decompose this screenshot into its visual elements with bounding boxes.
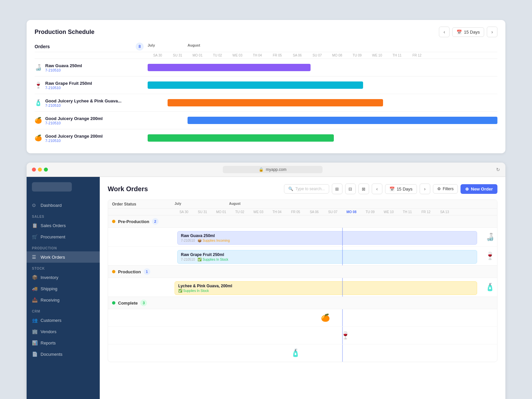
wo-complete-row2: 🍷 — [108, 327, 497, 344]
inventory-label: Inventory — [41, 275, 58, 280]
page-title: Work Orders — [108, 185, 148, 193]
gantt-chart-top: Orders 8 July August SA 30 SU 31 MO 01 T… — [35, 43, 497, 147]
day-tu02: TU 02 — [207, 54, 227, 57]
sidebar-item-dashboard[interactable]: ⊙ Dashboard — [27, 200, 100, 211]
sidebar-item-reports[interactable]: 📊 Reports — [27, 337, 100, 348]
wh-sa06: SA 06 — [305, 210, 324, 214]
sidebar-section-production: PRODUCTION — [27, 242, 100, 251]
day-th04: TH 04 — [247, 54, 267, 57]
sidebar-item-procurement[interactable]: 🛒 Procurement — [27, 231, 100, 242]
clock-icon: 📦 — [198, 239, 201, 242]
guava-bottle-icon: 🍶 — [485, 233, 494, 241]
production-count: 1 — [144, 268, 150, 275]
row4-name: Good Juicery Orange 200ml — [45, 116, 103, 121]
complete-section: Complete 3 🍊 — [108, 297, 497, 362]
wo-row-guava: Raw Guava 250ml 7-210510 📦 Supplies Inco… — [108, 228, 497, 247]
view-list-btn[interactable]: ⊟ — [345, 184, 356, 194]
address-bar[interactable]: 🔒 myapp.com — [223, 166, 323, 173]
sales-orders-label: Sales Orders — [41, 223, 66, 228]
wo-prev-btn[interactable]: ‹ — [372, 184, 382, 194]
grapefruit-card[interactable]: Raw Grape Fruit 250ml 7-210510 ✅ Supplie… — [177, 250, 477, 264]
sidebar-item-customers[interactable]: 👥 Customers — [27, 315, 100, 326]
wh-fr05: FR 05 — [286, 210, 305, 214]
bar-row3 — [168, 99, 383, 106]
wo-calendar-icon: 📅 — [389, 187, 395, 192]
shipping-icon: 🚚 — [32, 286, 37, 291]
complete-bottle1-icon: 🍊 — [321, 314, 330, 322]
sidebar-item-receiving[interactable]: 📥 Receiving — [27, 294, 100, 306]
row4-icon: 🍊 — [35, 117, 42, 124]
guava-status: 📦 Supplies Incoming — [198, 239, 230, 242]
sidebar-item-shipping[interactable]: 🚚 Shipping — [27, 283, 100, 294]
reload-button[interactable]: ↻ — [496, 167, 500, 172]
maximize-button[interactable] — [44, 168, 48, 172]
traffic-lights — [32, 168, 48, 172]
procurement-label: Procurement — [41, 234, 65, 239]
wo-next-btn[interactable]: › — [420, 184, 430, 194]
new-order-button[interactable]: ⊕ New Order — [461, 184, 497, 194]
customers-icon: 👥 — [32, 318, 37, 323]
main-controls: 🔍 Type to search... ⊞ ⊟ ⊠ ‹ 📅 15 Days › … — [284, 184, 497, 194]
browser-panel: 🔒 myapp.com ↻ ⊙ Dashboard SALES 📋 Sales … — [27, 163, 505, 399]
wh-we03: WE 03 — [249, 210, 268, 214]
wo-days-label: 15 Days — [397, 187, 413, 192]
day-su31: SU 31 — [168, 54, 188, 57]
wh-tu09: TU 09 — [361, 210, 379, 214]
lychee-card[interactable]: Lychee & Pink Guava, 200ml ✅ Supplies In… — [175, 281, 477, 295]
search-box[interactable]: 🔍 Type to search... — [284, 184, 329, 194]
reports-icon: 📊 — [32, 340, 37, 345]
sidebar-item-documents[interactable]: 📄 Documents — [27, 348, 100, 360]
sidebar-section-stock: STOCK — [27, 263, 100, 272]
sidebar-item-vendors[interactable]: 🏢 Vendors — [27, 326, 100, 337]
view-grid-btn[interactable]: ⊞ — [332, 184, 342, 194]
minimize-button[interactable] — [38, 168, 42, 172]
vendors-icon: 🏢 — [32, 329, 37, 334]
orders-header-label: Orders — [35, 44, 50, 49]
sales-orders-icon: 📋 — [32, 223, 37, 228]
wh-sa13: SA 13 — [435, 210, 454, 214]
day-tu09: TU 09 — [347, 54, 367, 57]
wh-th04: TH 04 — [268, 210, 286, 214]
pre-production-dot — [112, 220, 115, 223]
plus-icon: ⊕ — [465, 187, 469, 192]
sidebar-section-crm: CRM — [27, 306, 100, 315]
browser-body: ⊙ Dashboard SALES 📋 Sales Orders 🛒 Procu… — [27, 177, 505, 399]
day-su07: SU 07 — [307, 54, 327, 57]
lock-icon: 🔒 — [259, 167, 264, 172]
month-july: July — [148, 43, 188, 51]
check-icon: ✅ — [198, 258, 201, 261]
url-text: myapp.com — [266, 167, 286, 172]
row2-icon: 🍷 — [35, 81, 42, 89]
day-sa06: SA 06 — [287, 54, 307, 57]
reports-label: Reports — [41, 340, 56, 345]
sidebar-logo-area — [27, 177, 100, 197]
production-header: Production 1 — [108, 266, 497, 278]
row5-id: 7-210510 — [45, 139, 103, 143]
filters-label: Filters — [443, 187, 454, 191]
filter-icon: ⚙ — [437, 187, 441, 191]
wo-row-grapefruit: Raw Grape Fruit 250ml 7-210510 ✅ Supplie… — [108, 247, 497, 265]
sidebar-section-sales: SALES — [27, 211, 100, 220]
filters-button[interactable]: ⚙ Filters — [433, 184, 458, 194]
today-line-2 — [342, 247, 343, 265]
panel-header: Production Schedule ‹ 📅 15 Days › — [35, 27, 497, 37]
wo-month-august: August — [229, 202, 453, 206]
grapefruit-status: ✅ Supplies In Stock — [198, 258, 228, 261]
guava-card[interactable]: Raw Guava 250ml 7-210510 📦 Supplies Inco… — [177, 231, 477, 245]
guava-card-id: 7-210510 — [181, 239, 195, 242]
wo-gantt: Order Status July August SA 30 SU 31 MO … — [108, 200, 497, 362]
view-options-btn[interactable]: ⊠ — [358, 184, 369, 194]
orders-count: 8 — [136, 43, 144, 51]
sidebar-item-work-orders[interactable]: ☰ Work Orders — [27, 251, 100, 263]
prev-btn[interactable]: ‹ — [439, 27, 450, 37]
close-button[interactable] — [32, 168, 36, 172]
sidebar-item-inventory[interactable]: 📦 Inventory — [27, 272, 100, 283]
sidebar-item-sales-orders[interactable]: 📋 Sales Orders — [27, 220, 100, 231]
panel-title: Production Schedule — [35, 29, 94, 36]
next-btn[interactable]: › — [487, 27, 497, 37]
day-th11: TH 11 — [387, 54, 407, 57]
today-line-6 — [342, 344, 343, 362]
row1-icon: 🍶 — [35, 64, 42, 71]
day-we03: WE 03 — [227, 54, 247, 57]
wh-tu02: TU 02 — [230, 210, 249, 214]
